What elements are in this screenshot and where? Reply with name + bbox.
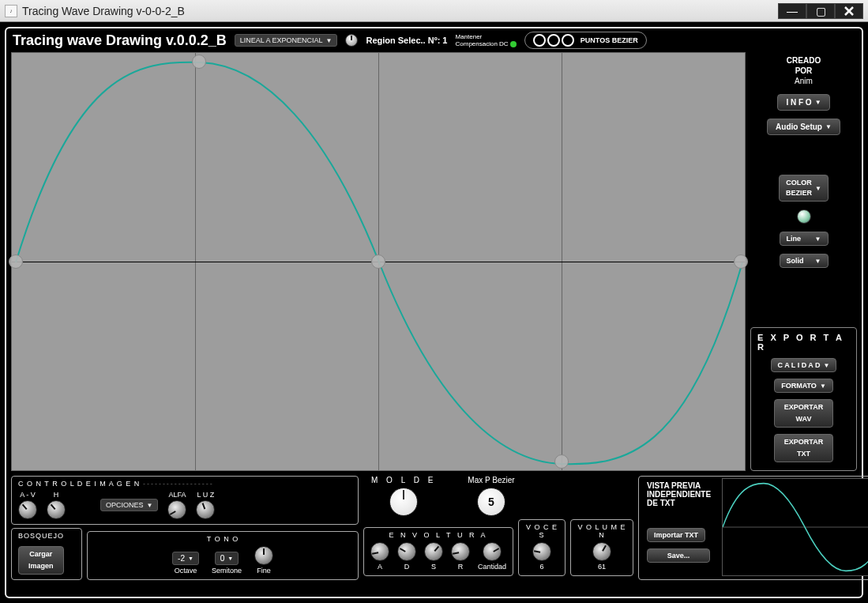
image-control-panel: C O N T R O L D E I M A G E N ----------… [11, 476, 359, 525]
dc-comp-label: Mantener Compensacion DC [455, 33, 516, 47]
voices-title: V O C E S [525, 523, 558, 539]
molde-control: M O L D E [371, 476, 436, 516]
bezier-handle[interactable] [554, 454, 569, 469]
env-a-knob[interactable] [370, 542, 389, 561]
envelope-panel: E N V O L T U R A A D S R Cantidad [363, 527, 513, 576]
bezier-points-group: PUNTOS BEZIER [524, 32, 647, 49]
curve-mode-label: LINEAL A EXPONENCIAL [240, 36, 323, 44]
format-dropdown[interactable]: FORMATO▼ [774, 379, 833, 393]
volume-value: 61 [598, 563, 606, 571]
h-knob[interactable] [47, 500, 66, 519]
image-control-title: C O N T R O L D E I M A G E N [18, 480, 140, 488]
luz-knob[interactable] [196, 500, 215, 519]
import-txt-button[interactable]: Importar TXT [647, 528, 705, 542]
export-panel: E X P O R T A R C A L I D A D▼ FORMATO▼ … [750, 327, 857, 471]
right-sidebar: CREADO POR Anim I N F O▼ Audio Setup▼ CO… [750, 52, 857, 471]
voices-panel: V O C E S 6 [518, 519, 566, 576]
bezier-handle[interactable] [371, 254, 385, 269]
voices-value: 6 [539, 563, 543, 571]
credits: CREADO POR Anim [787, 55, 821, 86]
waveform-canvas[interactable] [11, 52, 746, 471]
voices-knob[interactable] [532, 542, 551, 561]
app-header: Tracing wave Drawing v.0.0.2_B LINEAL A … [6, 28, 862, 52]
molde-knob[interactable] [389, 488, 418, 516]
tono-panel: T O N O -2▼ Octave 0▼ Semitone Fine [87, 531, 359, 580]
env-d-knob[interactable] [397, 542, 416, 561]
bezier-label: PUNTOS BEZIER [581, 36, 638, 44]
window-title: Tracing Wave Drawing v-0-0-2_B [22, 5, 778, 17]
env-r-knob[interactable] [451, 542, 470, 561]
semitone-spinner[interactable]: 0▼ [215, 552, 239, 565]
preview-title: VISTA PREVIA INDEPENDIENTE DE TXT [647, 481, 711, 507]
bezier-handle[interactable] [9, 254, 23, 269]
av-knob[interactable] [18, 500, 37, 519]
bezier-ring-2[interactable] [547, 34, 560, 47]
bezier-handle[interactable] [192, 55, 206, 69]
bezier-ring-3[interactable] [562, 34, 574, 47]
region-display: Region Selec.. Nº: 1 [366, 36, 447, 45]
volume-title: V O L U M E N [577, 523, 626, 539]
load-image-button[interactable]: CargarImagen [18, 546, 64, 575]
window-titlebar: ♪ Tracing Wave Drawing v-0-0-2_B — ▢ [0, 0, 868, 22]
preview-waveform [722, 478, 868, 576]
bosquejo-panel: BOSQUEJO CargarImagen [11, 528, 82, 580]
app-title: Tracing wave Drawing v.0.0.2_B [13, 32, 227, 49]
dc-led[interactable] [510, 41, 517, 47]
chevron-down-icon: ▼ [326, 37, 333, 44]
max-bezier-control: Max P Bezier 5 [468, 476, 514, 516]
export-title: E X P O R T A R [757, 333, 850, 352]
fine-knob[interactable] [254, 546, 273, 565]
color-bezier-dropdown[interactable]: COLORBEZIER ▼ [779, 175, 829, 202]
envelope-title: E N V O L T U R A [370, 531, 506, 539]
app-icon: ♪ [5, 5, 17, 17]
curve-amount-knob[interactable] [345, 34, 358, 47]
volume-knob[interactable] [592, 542, 611, 561]
line-style-dropdown[interactable]: Line▼ [780, 232, 829, 246]
bezier-handle[interactable] [734, 254, 748, 269]
tono-title: T O N O [94, 535, 351, 543]
window-maximize-button[interactable]: ▢ [806, 3, 835, 19]
export-txt-button[interactable]: EXPORTARTXT [774, 434, 833, 462]
quality-dropdown[interactable]: C A L I D A D▼ [771, 358, 837, 372]
export-wav-button[interactable]: EXPORTARWAV [774, 399, 833, 428]
info-button[interactable]: I N F O▼ [777, 94, 829, 111]
save-button[interactable]: Save... [647, 548, 710, 563]
bosquejo-title: BOSQUEJO [18, 532, 75, 540]
bezier-color-swatch[interactable] [797, 209, 811, 224]
txt-preview-panel: VISTA PREVIA INDEPENDIENTE DE TXT Import… [638, 476, 868, 580]
curve-mode-dropdown[interactable]: LINEAL A EXPONENCIAL ▼ [235, 34, 338, 47]
audio-setup-button[interactable]: Audio Setup▼ [767, 119, 840, 135]
env-s-knob[interactable] [424, 542, 443, 561]
window-close-button[interactable] [835, 3, 863, 19]
fill-style-dropdown[interactable]: Solid▼ [780, 254, 829, 268]
volume-panel: V O L U M E N 61 [570, 519, 633, 576]
alfa-knob[interactable] [167, 500, 186, 519]
window-minimize-button[interactable]: — [778, 3, 806, 19]
opciones-dropdown[interactable]: OPCIONES▼ [100, 499, 158, 511]
bezier-ring-1[interactable] [533, 34, 546, 47]
env-amount-knob[interactable] [483, 542, 502, 561]
octave-spinner[interactable]: -2▼ [172, 552, 199, 565]
bottom-controls: C O N T R O L D E I M A G E N ----------… [6, 471, 862, 585]
max-bezier-knob[interactable]: 5 [477, 488, 505, 516]
